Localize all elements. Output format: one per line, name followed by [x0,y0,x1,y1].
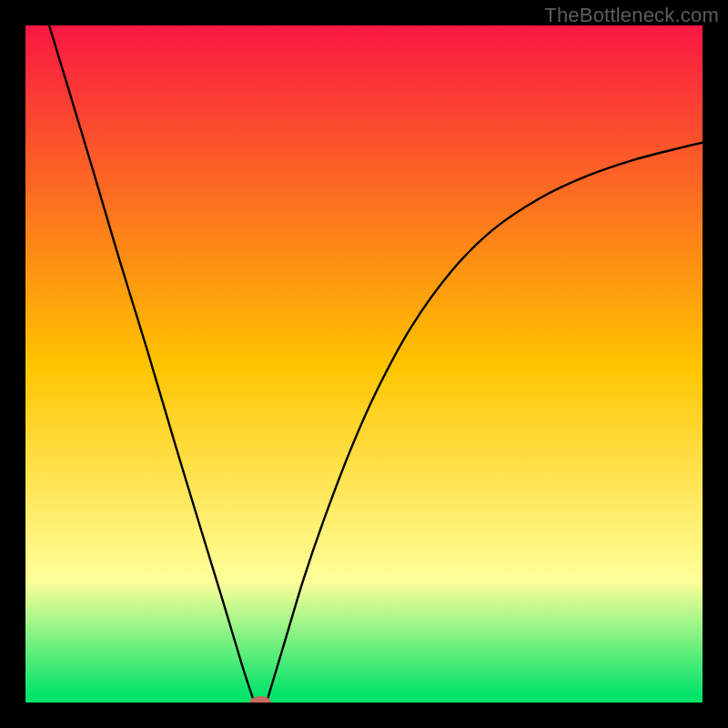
watermark-text: TheBottleneck.com [544,4,719,27]
gradient-background [25,25,703,703]
chart-frame [25,25,703,703]
chart-svg [25,25,703,703]
